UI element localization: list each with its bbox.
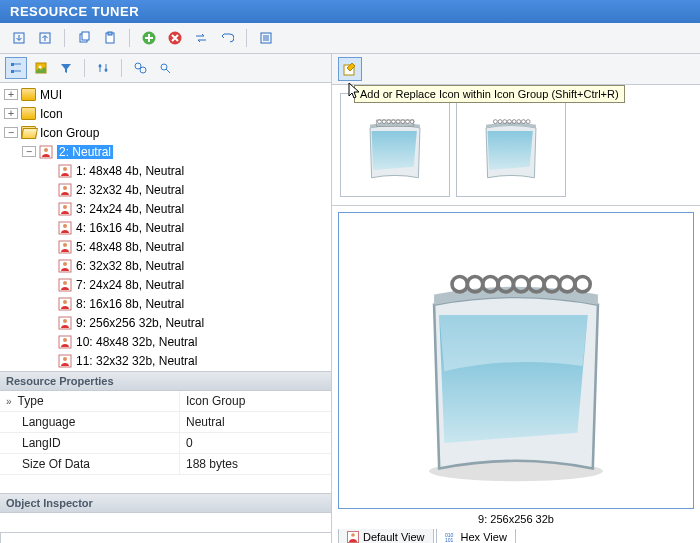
svg-point-21 bbox=[105, 69, 108, 72]
tree-label: 10: 48x48 32b, Neutral bbox=[76, 335, 197, 349]
prop-row-langid: LangID 0 bbox=[0, 433, 331, 454]
collapse-icon[interactable]: − bbox=[22, 146, 36, 157]
title-bar: RESOURCE TUNER bbox=[0, 0, 700, 23]
resource-tree[interactable]: + MUI + Icon − Icon Group − 2: Neutral 1… bbox=[0, 83, 331, 371]
properties-button[interactable] bbox=[255, 27, 277, 49]
person-icon bbox=[58, 259, 72, 273]
add-replace-icon-button[interactable] bbox=[338, 57, 362, 81]
undo-button[interactable] bbox=[216, 27, 238, 49]
main-toolbar bbox=[0, 23, 700, 54]
tree-leaf[interactable]: 10: 48x48 32b, Neutral bbox=[4, 332, 327, 351]
tree-leaf[interactable]: 2: 32x32 4b, Neutral bbox=[4, 180, 327, 199]
svg-point-43 bbox=[63, 300, 67, 304]
prop-value: Icon Group bbox=[180, 391, 251, 411]
preview-caption: 9: 256x256 32b bbox=[332, 511, 700, 529]
notepad-icon bbox=[388, 233, 644, 489]
tab-default-view[interactable]: Default View bbox=[338, 529, 434, 543]
svg-point-41 bbox=[63, 281, 67, 285]
tree-label: 9: 256x256 32b, Neutral bbox=[76, 316, 204, 330]
prop-value: 0 bbox=[180, 433, 199, 453]
chevron-right-icon: » bbox=[6, 396, 12, 407]
filter-button[interactable] bbox=[55, 57, 77, 79]
tree-leaf[interactable]: 11: 32x32 32b, Neutral bbox=[4, 351, 327, 370]
tree-label: 3: 24x24 4b, Neutral bbox=[76, 202, 184, 216]
tree-leaf[interactable]: 7: 24x24 8b, Neutral bbox=[4, 275, 327, 294]
person-icon bbox=[58, 297, 72, 311]
svg-point-23 bbox=[140, 67, 146, 73]
person-icon bbox=[58, 164, 72, 178]
swap-button[interactable] bbox=[190, 27, 212, 49]
svg-point-67 bbox=[526, 120, 530, 124]
collapse-icon[interactable]: − bbox=[4, 127, 18, 138]
upload-button[interactable] bbox=[34, 27, 56, 49]
tree-leaf[interactable]: 6: 32x32 8b, Neutral bbox=[4, 256, 327, 275]
svg-point-79 bbox=[351, 533, 355, 537]
tree-label: Icon Group bbox=[40, 126, 99, 140]
right-pane: Add or Replace Icon within Icon Group (S… bbox=[332, 54, 700, 543]
prop-key: Size Of Data bbox=[0, 454, 180, 474]
object-inspector-header: Object Inspector bbox=[0, 493, 331, 513]
tab-hex-view[interactable]: 010101 Hex View bbox=[436, 529, 516, 543]
tree-leaf[interactable]: 3: 24x24 4b, Neutral bbox=[4, 199, 327, 218]
person-icon bbox=[58, 240, 72, 254]
sliders-button[interactable] bbox=[92, 57, 114, 79]
tree-leaf[interactable]: 4: 16x16 4b, Neutral bbox=[4, 218, 327, 237]
thumbnail[interactable] bbox=[340, 93, 450, 197]
prop-value: Neutral bbox=[180, 412, 231, 432]
find-button[interactable] bbox=[129, 57, 151, 79]
person-icon bbox=[347, 531, 359, 543]
tree-node-mui[interactable]: + MUI bbox=[4, 85, 327, 104]
prop-key: LangID bbox=[0, 433, 180, 453]
tree-leaf[interactable]: 5: 48x48 8b, Neutral bbox=[4, 237, 327, 256]
tree-leaf[interactable]: 9: 256x256 32b, Neutral bbox=[4, 313, 327, 332]
svg-rect-13 bbox=[11, 70, 14, 73]
prop-key: Type bbox=[18, 394, 44, 408]
tree-label: 6: 32x32 8b, Neutral bbox=[76, 259, 184, 273]
expand-icon[interactable]: + bbox=[4, 89, 18, 100]
svg-point-49 bbox=[63, 357, 67, 361]
download-button[interactable] bbox=[8, 27, 30, 49]
svg-point-69 bbox=[452, 276, 467, 291]
tree-label: 2: 32x32 4b, Neutral bbox=[76, 183, 184, 197]
person-icon bbox=[39, 145, 53, 159]
tree-node-icon-group[interactable]: − Icon Group bbox=[4, 123, 327, 142]
notepad-icon bbox=[470, 106, 552, 184]
thumbnail-strip bbox=[332, 85, 700, 206]
tree-label: 7: 24x24 8b, Neutral bbox=[76, 278, 184, 292]
object-inspector-pane bbox=[0, 513, 331, 532]
tree-label: Icon bbox=[40, 107, 63, 121]
prop-row-type: »Type Icon Group bbox=[0, 391, 331, 412]
thumbnail[interactable] bbox=[456, 93, 566, 197]
image-view-button[interactable] bbox=[30, 57, 52, 79]
svg-point-33 bbox=[63, 205, 67, 209]
tree-node-neutral[interactable]: − 2: Neutral bbox=[4, 142, 327, 161]
add-button[interactable] bbox=[138, 27, 160, 49]
svg-line-25 bbox=[166, 69, 170, 73]
person-icon bbox=[58, 354, 72, 368]
icon-preview bbox=[338, 212, 694, 509]
tab-label: Hex View bbox=[461, 531, 507, 543]
tree-leaf[interactable]: 1: 48x48 4b, Neutral bbox=[4, 161, 327, 180]
right-toolbar bbox=[332, 54, 700, 85]
tree-view-button[interactable] bbox=[5, 57, 27, 79]
expand-icon[interactable]: + bbox=[4, 108, 18, 119]
svg-rect-3 bbox=[82, 32, 89, 40]
paste-button[interactable] bbox=[99, 27, 121, 49]
tree-label: 5: 48x48 8b, Neutral bbox=[76, 240, 184, 254]
svg-point-27 bbox=[44, 148, 48, 152]
tree-node-icon[interactable]: + Icon bbox=[4, 104, 327, 123]
tree-label: 1: 48x48 4b, Neutral bbox=[76, 164, 184, 178]
svg-point-37 bbox=[63, 243, 67, 247]
remove-button[interactable] bbox=[164, 27, 186, 49]
properties-grid: »Type Icon Group Language Neutral LangID… bbox=[0, 391, 331, 475]
tree-label: 8: 16x16 8b, Neutral bbox=[76, 297, 184, 311]
tree-leaf[interactable]: 8: 16x16 8b, Neutral bbox=[4, 294, 327, 313]
prop-row-size: Size Of Data 188 bytes bbox=[0, 454, 331, 475]
view-tabs: Default View 010101 Hex View bbox=[332, 529, 700, 543]
copy-button[interactable] bbox=[73, 27, 95, 49]
find-next-button[interactable] bbox=[154, 57, 176, 79]
svg-point-20 bbox=[99, 65, 102, 68]
tree-label: 4: 16x16 4b, Neutral bbox=[76, 221, 184, 235]
svg-point-77 bbox=[575, 276, 590, 291]
person-icon bbox=[58, 278, 72, 292]
